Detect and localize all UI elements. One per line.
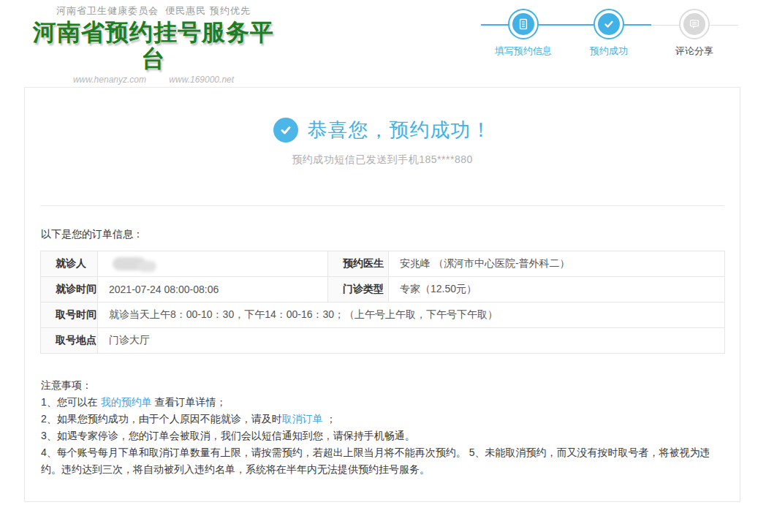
progress-steps: 填写预约信息 预约成功 xyxy=(481,9,738,61)
my-reservations-link[interactable]: 我的预约单 xyxy=(101,396,152,408)
value-ticket-time: 就诊当天上午8：00-10：30，下午14：00-16：30；（上午号上午取，下… xyxy=(98,303,725,328)
label-visit-time: 就诊时间 xyxy=(41,277,98,303)
site-logo: 河南省卫生健康委员会 便民惠民 预约优先 河南省预约挂号服务平台 www.hen… xyxy=(33,4,274,85)
label-ticket-time: 取号时间 xyxy=(41,303,98,328)
step-fill-info: 填写预约信息 xyxy=(479,9,567,58)
page: 河南省卫生健康委员会 便民惠民 预约优先 河南省预约挂号服务平台 www.hen… xyxy=(0,0,766,532)
label-ticket-place: 取号地点 xyxy=(41,328,98,354)
table-row: 取号时间 就诊当天上午8：00-10：30，下午14：00-16：30；（上午号… xyxy=(41,303,725,328)
note-3: 3、如遇专家停诊，您的订单会被取消，我们会以短信通知到您，请保持手机畅通。 xyxy=(41,428,724,444)
value-patient xyxy=(98,251,328,277)
logo-urls: www.henanyz.com www.169000.net xyxy=(33,75,274,85)
logo-url-2: www.169000.net xyxy=(169,75,234,85)
step-label-fill-info: 填写预约信息 xyxy=(479,45,567,58)
notes-heading: 注意事项： xyxy=(41,377,724,394)
label-patient: 就诊人 xyxy=(41,251,98,277)
value-clinic-type: 专家（12.50元） xyxy=(389,277,725,303)
comment-icon xyxy=(687,17,702,31)
site-header: 河南省卫生健康委员会 便民惠民 预约优先 河南省预约挂号服务平台 www.hen… xyxy=(0,0,766,70)
value-ticket-place: 门诊大厅 xyxy=(98,328,725,354)
order-info-table: 就诊人 预约医生 安兆峰 （漯河市中心医院-普外科二） 就诊时间 2021-07… xyxy=(40,251,725,354)
success-check-icon xyxy=(273,118,298,142)
table-row: 取号地点 门诊大厅 xyxy=(41,328,725,354)
value-visit-time: 2021-07-24 08:00-08:06 xyxy=(98,277,328,303)
site-title: 河南省预约挂号服务平台 xyxy=(33,19,274,72)
table-row: 就诊人 预约医生 安兆峰 （漯河市中心医院-普外科二） xyxy=(41,251,725,277)
step-label-booking-success: 预约成功 xyxy=(565,45,653,58)
patient-name-redacted xyxy=(113,256,159,272)
note-2: 2、如果您预约成功，由于个人原因不能就诊，请及时取消订单 ； xyxy=(41,411,724,428)
result-card: 恭喜您，预约成功！ 预约成功短信已发送到手机185****880 以下是您的订单… xyxy=(24,87,740,502)
table-row: 就诊时间 2021-07-24 08:00-08:06 门诊类型 专家（12.5… xyxy=(41,277,725,303)
logo-tagline: 河南省卫生健康委员会 便民惠民 预约优先 xyxy=(33,4,274,18)
notes-section: 注意事项： 1、您可以在 我的预约单 查看订单详情； 2、如果您预约成功，由于个… xyxy=(41,377,724,478)
step-label-comment-share: 评论分享 xyxy=(651,45,738,58)
step-booking-success: 预约成功 xyxy=(565,9,653,58)
success-block: 恭喜您，预约成功！ 预约成功短信已发送到手机185****880 xyxy=(25,117,740,167)
order-info-heading: 以下是您的订单信息： xyxy=(41,228,143,241)
form-icon xyxy=(516,17,531,31)
success-title: 恭喜您，预约成功！ xyxy=(308,117,492,143)
section-divider xyxy=(40,205,724,206)
logo-url-1: www.henanyz.com xyxy=(73,75,146,85)
check-icon xyxy=(602,17,616,31)
success-subtitle: 预约成功短信已发送到手机185****880 xyxy=(25,153,740,167)
value-doctor: 安兆峰 （漯河市中心医院-普外科二） xyxy=(389,251,725,277)
label-clinic-type: 门诊类型 xyxy=(328,277,389,303)
cancel-order-link[interactable]: 取消订单 xyxy=(282,413,323,425)
step-comment-share: 评论分享 xyxy=(651,9,738,58)
note-4-5: 4、每个账号每月下单和取消订单数量有上限，请按需预约，若超出上限当月将不能再次预… xyxy=(41,444,724,478)
label-doctor: 预约医生 xyxy=(328,251,389,277)
note-1: 1、您可以在 我的预约单 查看订单详情； xyxy=(41,394,724,411)
